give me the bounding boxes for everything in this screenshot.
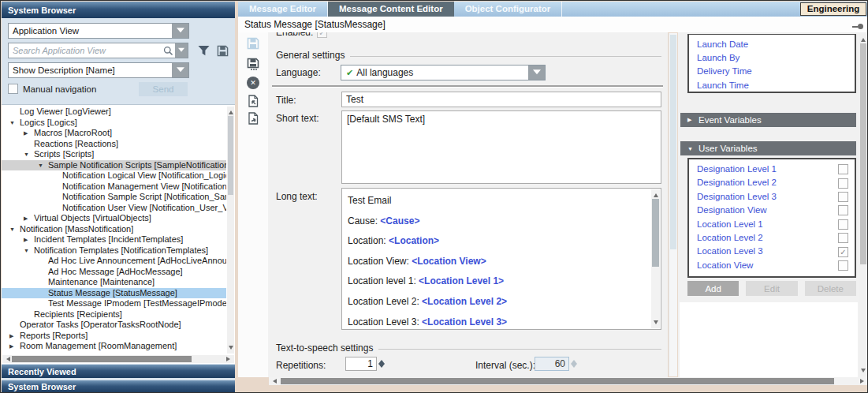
import-icon[interactable] [247,95,259,107]
tree-item[interactable]: Status Message [StatusMessage] [2,288,226,299]
filter-icon[interactable] [198,45,210,56]
edit-variable-button[interactable]: Edit [746,281,797,296]
user-variable-link[interactable]: Location View [697,259,838,272]
form-vertical-scrollbar[interactable] [669,33,677,376]
event-variables-header[interactable]: ▶ Event Variables [680,113,856,127]
search-input[interactable] [9,44,163,57]
scrollbar-thumb[interactable] [12,356,192,362]
scrollbar-right-arrow[interactable] [226,357,233,361]
language-dropdown[interactable]: ✔ All languages [341,65,546,80]
user-variable-checkbox[interactable] [838,205,848,215]
system-browser-bottom-bar[interactable]: System Browser [2,380,235,393]
expand-arrow-icon[interactable]: ▶ [24,234,34,245]
tree-item[interactable]: ▼Notification Templates [NotificationTem… [2,245,226,256]
send-button[interactable]: Send [139,82,188,96]
tree-item[interactable]: Notification Sample Script [Notification… [2,192,226,203]
chevron-down-icon[interactable] [528,66,545,80]
search-options-chevron-icon[interactable] [175,43,188,58]
search-box[interactable] [8,43,188,58]
scrollbar-left-arrow[interactable] [4,357,10,361]
variable-token[interactable]: <Location Level 3> [422,316,507,328]
system-variable-link[interactable]: Launch Time [697,79,855,92]
user-variable-checkbox[interactable] [838,233,848,243]
tree-item[interactable]: ▶Incident Templates [IncidentTemplates] [2,234,226,245]
enabled-checkbox[interactable]: ✓ [317,32,327,38]
collapse-arrow-icon[interactable]: ▼ [687,146,698,152]
export-icon[interactable] [247,112,259,125]
tree-item[interactable]: ▶Virtual Objects [VirtualObjects] [2,213,226,224]
expand-arrow-icon[interactable]: ▶ [9,331,20,342]
chevron-down-icon[interactable] [172,24,188,38]
tree-item[interactable]: Log Viewer [LogViewer] [2,107,226,118]
tree-item[interactable]: ▼Logics [Logics] [2,118,226,129]
discard-changes-icon[interactable]: ✕ [247,77,259,89]
scrollbar-up-arrow[interactable] [654,191,658,197]
user-variable-link[interactable]: Designation Level 2 [697,176,838,189]
user-variable-link[interactable]: Designation Level 1 [697,163,838,176]
tree-item[interactable]: ▼Notification [MassNotification] [2,224,226,235]
scrollbar-up-arrow[interactable] [861,36,866,42]
long-text-area[interactable]: Test EmailCause: <Cause>Location: <Locat… [341,188,661,330]
system-browser-header[interactable]: System Browser [2,2,235,18]
tree-item[interactable]: Ad Hoc Message [AdHocMessage] [2,267,226,278]
delete-variable-button[interactable]: Delete [805,281,856,296]
tree-vertical-scrollbar[interactable] [227,107,234,354]
save-icon[interactable] [247,37,259,50]
tree-item[interactable]: Test Message IPmodem [TestMessageIPmodem… [2,298,226,309]
tree-item[interactable]: ▶Room Management [RoomManagement] [2,341,226,352]
long-text-scrollbar[interactable] [651,189,660,328]
tree-item[interactable]: ▶Reports [Reports] [2,331,226,342]
user-variable-checkbox[interactable] [838,178,848,189]
tab-message-content-editor[interactable]: Message Content Editor [328,2,454,17]
auto-hide-pin-icon[interactable] [852,24,863,29]
scrollbar-left-arrow[interactable] [270,379,277,384]
scrollbar-thumb[interactable] [670,35,676,249]
scrollbar-right-arrow[interactable] [860,379,866,384]
expand-arrow-icon[interactable]: ▶ [24,213,34,224]
view-selector-dropdown[interactable]: Application View [8,23,189,39]
variable-token[interactable]: <Cause> [380,215,419,226]
repetitions-input[interactable] [345,357,377,371]
scrollbar-up-arrow[interactable] [229,108,233,114]
scrollbar-down-arrow[interactable] [229,346,233,352]
panel-vertical-scrollbar[interactable] [859,34,867,376]
user-variable-checkbox[interactable] [838,219,848,230]
scrollbar-down-arrow[interactable] [654,320,658,327]
variable-token[interactable]: <Location Level 2> [422,296,507,307]
collapse-arrow-icon[interactable]: ▼ [24,245,34,256]
expand-arrow-icon[interactable]: ▶ [9,341,20,352]
engineering-mode-button[interactable]: Engineering [800,2,866,16]
tab-message-editor[interactable]: Message Editor [238,2,328,17]
variable-token[interactable]: <Location View> [412,256,486,267]
chevron-down-icon[interactable] [172,63,188,77]
tree-item[interactable]: ▶Macros [MacroRoot] [2,128,226,139]
short-text-area[interactable]: [Default SMS Text] [341,110,661,184]
add-variable-button[interactable]: Add [687,281,739,296]
description-mode-dropdown[interactable]: Show Description [Name] [8,62,189,78]
tree-item[interactable]: ▼Sample Notification Scripts [SampleNoti… [2,160,226,171]
tree-horizontal-scrollbar[interactable] [2,355,234,363]
tree-item[interactable]: Reactions [Reactions] [2,139,226,150]
expand-arrow-icon[interactable]: ▶ [24,128,34,139]
bottom-horizontal-scrollbar[interactable] [269,377,868,385]
tree-item[interactable]: Ad Hoc Live Announcement [AdHocLiveAnnou… [2,256,226,267]
scrollbar-down-arrow[interactable] [861,369,866,375]
user-variables-header[interactable]: ▼ User Variables [680,141,856,155]
scrollbar-thumb[interactable] [860,43,866,264]
user-variable-checkbox[interactable]: ✓ [838,247,848,257]
repetitions-stepper[interactable] [378,357,386,371]
search-icon[interactable] [163,46,173,56]
user-variable-link[interactable]: Location Level 1 [697,218,838,231]
user-variable-checkbox[interactable] [838,192,848,202]
variable-token[interactable]: <Location> [389,235,439,246]
user-variable-link[interactable]: Designation View [697,204,838,217]
tree-item[interactable]: Notification Management View [Notificati… [2,182,226,193]
user-variable-checkbox[interactable] [838,164,848,174]
tree-item[interactable]: ▼Scripts [Scripts] [2,149,226,160]
expand-arrow-icon[interactable]: ▶ [687,117,698,123]
collapse-arrow-icon[interactable]: ▼ [38,160,48,171]
collapse-arrow-icon[interactable]: ▼ [9,224,20,235]
tab-object-configurator[interactable]: Object Configurator [454,2,563,17]
tree-item[interactable]: Notification User View [Notification_Use… [2,203,226,214]
manual-navigation-checkbox[interactable] [8,84,18,94]
